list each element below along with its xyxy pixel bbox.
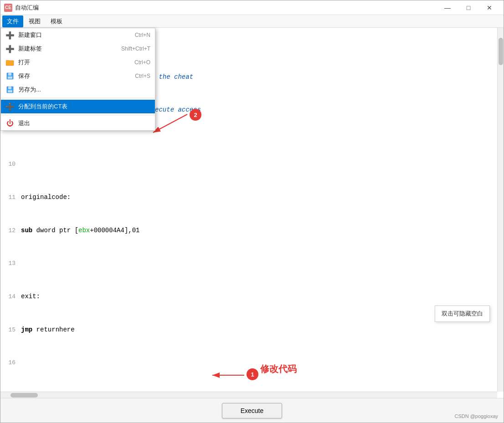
menu-new-window[interactable]: ➕ 新建窗口 Ctrl+N [1, 28, 155, 42]
svg-rect-1 [6, 60, 9, 61]
svg-rect-6 [8, 87, 11, 89]
code-line-12: 12 sub dword ptr [ebx+000004A4],01 [0, 225, 497, 236]
code-line-15: 15 jmp returnhere [0, 324, 497, 336]
open-icon [5, 58, 15, 67]
save-as-label: 另存为... [18, 86, 147, 94]
annotation-arrow-1 [208, 368, 249, 382]
execute-button[interactable]: Execute [222, 403, 283, 418]
bottom-bar: Execute CSDN @poggioxay [0, 398, 504, 423]
open-shortcut: Ctrl+O [134, 59, 150, 66]
open-label: 打开 [18, 58, 131, 66]
window-title: 自动汇编 [15, 4, 437, 12]
app-icon: CE [4, 4, 12, 12]
assign-ct-label: 分配到当前的CT表 [18, 102, 150, 111]
menu-exit[interactable]: ⏻ 退出 [1, 117, 155, 130]
save-shortcut: Ctrl+S [135, 73, 150, 79]
annotation-text-1: 修改代码 [260, 363, 297, 375]
menu-save-as[interactable]: 另存为... [1, 83, 155, 97]
svg-rect-4 [8, 76, 12, 79]
code-line-11: 11 originalcode: [0, 192, 497, 203]
exit-label: 退出 [18, 119, 150, 127]
maximize-button[interactable]: □ [458, 0, 479, 15]
title-bar: CE 自动汇编 — □ ✕ [0, 0, 504, 15]
menu-divider [1, 98, 155, 98]
svg-rect-3 [8, 73, 11, 76]
horizontal-scrollbar[interactable] [0, 392, 497, 398]
save-as-icon [5, 85, 15, 94]
save-label: 保存 [18, 72, 131, 80]
menu-view[interactable]: 视图 [24, 15, 45, 27]
new-tab-label: 新建标签 [18, 45, 118, 53]
credit-text: CSDN @poggioxay [454, 413, 498, 419]
menu-open[interactable]: 打开 Ctrl+O [1, 56, 155, 69]
assign-ct-icon: ➕ [5, 102, 15, 111]
tooltip-text: 双击可隐藏空白 [442, 310, 483, 317]
menu-template[interactable]: 模板 [46, 15, 67, 27]
new-tab-icon: ➕ [5, 44, 15, 53]
scrollbar-thumb-v[interactable] [499, 38, 503, 65]
scrollbar-thumb-h[interactable] [10, 393, 38, 398]
code-line-17: 17 "Tutorial-i386.exe"+27B13: [0, 390, 497, 392]
menu-bar: 文件 视图 模板 ➕ 新建窗口 Ctrl+N ➕ 新建标签 Shift+Ctrl… [0, 15, 504, 28]
window-controls: — □ ✕ [437, 0, 500, 15]
main-window: CE 自动汇编 — □ ✕ 文件 视图 模板 ➕ 新建窗口 Ctrl+N ➕ 新… [0, 0, 504, 423]
minimize-button[interactable]: — [437, 0, 458, 15]
annotation-arrow-2 [151, 107, 192, 135]
menu-divider2 [1, 115, 155, 115]
code-line-13: 13 [0, 258, 497, 269]
code-line-16: 16 [0, 357, 497, 368]
menu-new-tab[interactable]: ➕ 新建标签 Shift+Ctrl+T [1, 42, 155, 56]
tooltip-box: 双击可隐藏空白 [435, 306, 490, 322]
code-line-14: 14 exit: [0, 291, 497, 302]
exit-icon: ⏻ [5, 119, 15, 128]
menu-save[interactable]: 保存 Ctrl+S [1, 69, 155, 83]
close-button[interactable]: ✕ [479, 0, 500, 15]
new-window-label: 新建窗口 [18, 31, 131, 39]
new-tab-shortcut: Shift+Ctrl+T [121, 46, 150, 52]
save-icon [5, 71, 15, 81]
file-dropdown-menu: ➕ 新建窗口 Ctrl+N ➕ 新建标签 Shift+Ctrl+T 打开 Ctr… [0, 28, 155, 131]
new-window-shortcut: Ctrl+N [135, 32, 150, 38]
menu-file[interactable]: 文件 [2, 15, 23, 27]
code-line-10: 10 [0, 159, 497, 170]
svg-line-11 [153, 114, 187, 133]
new-window-icon: ➕ [5, 31, 15, 40]
svg-rect-7 [8, 90, 12, 92]
vertical-scrollbar[interactable] [497, 28, 504, 392]
menu-assign-ct[interactable]: ➕ 分配到当前的CT表 [1, 100, 155, 113]
